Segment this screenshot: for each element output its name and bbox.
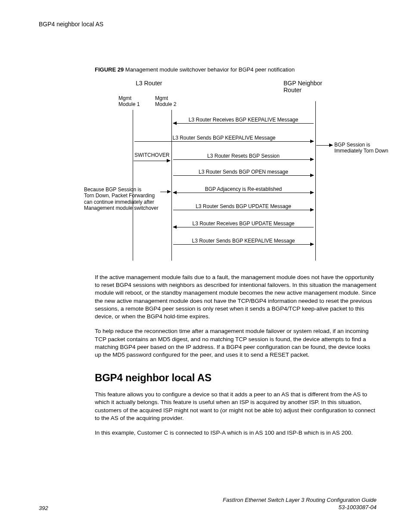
figure-diagram: L3 Router BGP Neighbor Router Mgmt Modul… <box>95 80 396 265</box>
section-paragraph-1: This feature allows you to configure a d… <box>95 391 377 422</box>
fig-msg-2: L3 Router Resets BGP Session <box>173 153 314 159</box>
fig-arrow-5 <box>173 210 314 210</box>
fig-switchover-arrow <box>134 161 170 161</box>
doc-title: FastIron Ethernet Switch Layer 3 Routing… <box>223 497 377 504</box>
figure-label: FIGURE 29 <box>95 66 124 73</box>
fig-arrow-0 <box>173 123 314 124</box>
fig-vline-neighbor <box>315 101 316 261</box>
fig-left-note: Because BGP Session is Torn Down, Packet… <box>84 187 159 212</box>
fig-bgp-neighbor-label: BGP Neighbor Router <box>283 80 322 93</box>
fig-vline-mgmt2 <box>171 110 172 261</box>
fig-msg-4: BGP Adjacency is Re-established <box>173 186 314 192</box>
fig-msg-3: L3 Router Sends BGP OPEN message <box>173 169 314 175</box>
fig-left-note-arrow <box>160 192 171 192</box>
section-heading: BGP4 neighbor local AS <box>95 372 377 384</box>
fig-msg-5: L3 Router Sends BGP UPDATE Message <box>173 203 314 209</box>
fig-arrow-1 <box>134 141 314 142</box>
fig-right-note-arrow <box>316 145 333 146</box>
fig-msg-0: L3 Router Receives BGP KEEPALIVE Message <box>173 117 314 123</box>
fig-arrow-6 <box>173 227 314 227</box>
fig-msg-6: L3 Router Receives BGP UPDATE Message <box>173 221 314 227</box>
paragraph-2: To help reduce the reconnection time aft… <box>95 327 377 359</box>
fig-vline-mgmt1 <box>133 110 133 261</box>
section-paragraph-2: In this example, Customer C is connected… <box>95 429 377 437</box>
fig-arrow-4 <box>173 193 314 193</box>
figure-caption: FIGURE 29 Management module switchover b… <box>95 66 377 73</box>
fig-right-note: BGP Session is Immediately Torn Down <box>334 142 388 154</box>
fig-arrow-3 <box>173 175 314 176</box>
page-footer: 392 FastIron Ethernet Switch Layer 3 Rou… <box>39 497 377 511</box>
figure-caption-text: Management module switchover behavior fo… <box>125 66 295 73</box>
paragraph-1: If the active management module fails du… <box>95 274 377 320</box>
doc-number: 53-1003087-04 <box>223 504 377 511</box>
fig-arrow-7 <box>173 244 314 245</box>
fig-msg-7: L3 Router Sends BGP KEEPALIVE Message <box>173 238 314 244</box>
fig-mgmt2-label: Mgmt Module 2 <box>155 95 176 108</box>
fig-arrow-2 <box>173 159 314 160</box>
fig-mgmt1-label: Mgmt Module 1 <box>118 95 140 108</box>
fig-l3-router-label: L3 Router <box>136 80 162 87</box>
fig-msg-1: L3 Router Sends BGP KEEPALIVE Message <box>134 135 314 141</box>
fig-switchover-label: SWITCHOVER <box>134 152 169 158</box>
running-head: BGP4 neighbor local AS <box>39 21 377 28</box>
page-number: 392 <box>39 505 48 511</box>
